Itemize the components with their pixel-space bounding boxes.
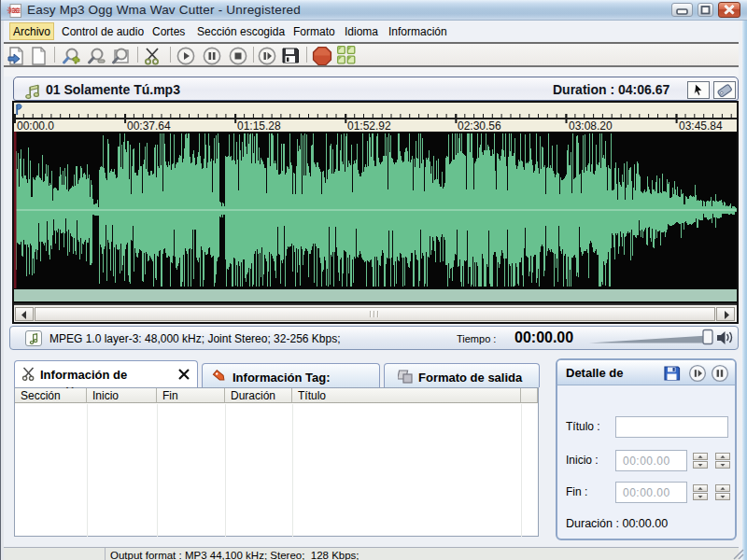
svg-text:01:52.92: 01:52.92 bbox=[347, 119, 391, 132]
svg-text:01:15.28: 01:15.28 bbox=[237, 119, 281, 132]
svg-text:00:37.64: 00:37.64 bbox=[127, 119, 171, 132]
svg-text:03:08.20: 03:08.20 bbox=[569, 119, 613, 132]
svg-text:02:30.56: 02:30.56 bbox=[458, 119, 501, 132]
svg-text:00:00.0: 00:00.0 bbox=[17, 119, 54, 132]
svg-text:03:45.84: 03:45.84 bbox=[679, 119, 723, 132]
